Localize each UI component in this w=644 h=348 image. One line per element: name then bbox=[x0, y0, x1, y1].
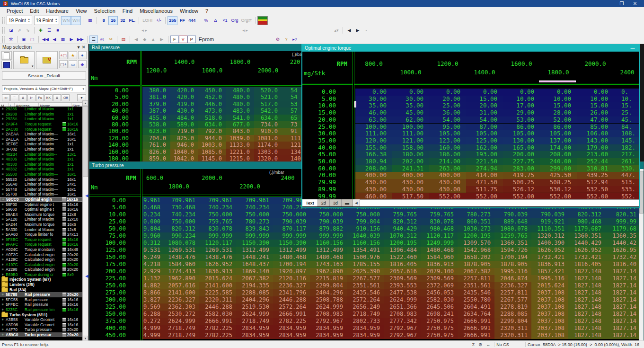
rail-row-header[interactable]: 40.00 bbox=[89, 107, 141, 114]
optimal-map-cell[interactable]: 87.00 bbox=[466, 124, 503, 131]
optimal-map-cell[interactable]: 430.00 bbox=[429, 186, 466, 193]
optimal-row-header[interactable]: 40.00 bbox=[302, 144, 353, 152]
import-map-button[interactable] bbox=[36, 51, 58, 69]
turbo-map-cell[interactable]: 2666.991 bbox=[458, 318, 494, 325]
rail-map-cell[interactable]: 910.0 bbox=[254, 128, 282, 134]
optimal-map-cell[interactable]: 552.00 bbox=[577, 193, 614, 200]
optimal-map-cell[interactable]: 29.00 bbox=[503, 109, 540, 116]
turbo-map-cell[interactable]: 0.234 bbox=[142, 211, 162, 218]
turbo-map-cell[interactable]: 1400.390 bbox=[531, 240, 568, 247]
optimal-map-cell[interactable]: 511.75 bbox=[466, 186, 503, 193]
turbo-map-cell[interactable]: 1312.499 bbox=[273, 247, 310, 254]
turbo-map-cell[interactable]: 2792.967 bbox=[310, 318, 347, 325]
turbo-map-cell[interactable]: 2015.624 bbox=[531, 282, 568, 289]
turbo-map-cell[interactable]: 2572.264 bbox=[347, 296, 384, 303]
optimal-row-header[interactable]: 79.99 bbox=[302, 179, 353, 186]
optimal-map-cell[interactable]: 100.00 bbox=[355, 124, 392, 131]
hscroll-left-icon[interactable]: ◀ bbox=[353, 199, 360, 206]
optimal-map-cell[interactable]: 508.25 bbox=[540, 179, 577, 186]
turbo-map-cell[interactable]: 1743.163 bbox=[310, 261, 347, 268]
turbo-map-cell[interactable]: 2477.538 bbox=[384, 289, 421, 296]
optimal-map-cell[interactable]: 0.00 bbox=[429, 89, 466, 96]
turbo-map-cell[interactable]: 2666.991 bbox=[273, 311, 310, 318]
resize-icon[interactable]: ↔ bbox=[486, 342, 490, 347]
turbo-map-cell[interactable]: 1962.890 bbox=[162, 275, 199, 282]
turbo-map-cell[interactable]: 2067.382 bbox=[236, 275, 273, 282]
map-folder-row[interactable]: Rail (3/4) bbox=[0, 287, 83, 292]
turbo-row-header[interactable]: 5.00 bbox=[89, 204, 141, 211]
turbo-map-cell[interactable]: 9.961 bbox=[142, 197, 162, 204]
turbo-map-cell[interactable]: 1962.890 bbox=[310, 268, 347, 275]
toolbar-grip[interactable] bbox=[2, 36, 5, 43]
turbo-map-cell[interactable]: 2194.335 bbox=[236, 282, 273, 289]
display-values-icon[interactable]: 444 bbox=[187, 16, 197, 25]
rail-map-cell[interactable]: 380.0 bbox=[142, 87, 170, 94]
turbo-map-cell[interactable]: 980.468 bbox=[568, 218, 605, 225]
turbo-map-cell[interactable]: 2750.975 bbox=[421, 332, 458, 339]
rail-map-cell[interactable]: 825.0 bbox=[170, 135, 198, 142]
turbo-map-cell[interactable]: 1827.148 bbox=[568, 268, 605, 275]
turbo-map-cell[interactable]: 1774.413 bbox=[162, 268, 199, 275]
optimal-map-cell[interactable]: 517.50 bbox=[392, 193, 429, 200]
optimal-row-header[interactable]: 0.00 bbox=[302, 89, 353, 96]
turbo-map-cell[interactable]: 990.234 bbox=[162, 232, 199, 240]
turbo-map-cell[interactable]: 9.531 bbox=[142, 247, 162, 254]
menu-item-find[interactable]: Find bbox=[123, 8, 132, 14]
scroll-thumb[interactable] bbox=[83, 106, 88, 177]
turbo-map-cell[interactable]: 839.843 bbox=[236, 225, 273, 232]
optimal-map-cell[interactable]: 30.00 bbox=[355, 96, 392, 103]
turbo-map-cell[interactable]: 750.000 bbox=[236, 211, 273, 218]
optimal-map-cell[interactable]: 217. bbox=[614, 151, 640, 158]
turbo-map-cell[interactable]: 1249.999 bbox=[421, 240, 458, 247]
optimal-map-cell[interactable]: 45.00 bbox=[392, 109, 429, 116]
turbo-map-cell[interactable]: 2446.288 bbox=[273, 296, 310, 303]
turbo-map-cell[interactable]: 2025.390 bbox=[347, 268, 384, 275]
rail-column-header[interactable]: 1400.0 bbox=[170, 59, 198, 65]
close-button[interactable]: ✕ bbox=[629, 1, 641, 6]
next-map-icon[interactable]: ▶ bbox=[67, 36, 76, 43]
signed-toggle-icon[interactable]: +/- bbox=[154, 16, 163, 25]
optimal-map-cell[interactable]: 241.31 bbox=[392, 165, 429, 172]
menu-item-selection[interactable]: Selection bbox=[94, 8, 115, 14]
turbo-map-cell[interactable]: 709.961 bbox=[199, 197, 236, 204]
turbo-map-cell[interactable]: 2288.085 bbox=[494, 311, 531, 318]
optimal-map-cell[interactable]: 200.00 bbox=[503, 151, 540, 158]
turbo-row-header[interactable]: 400.00 bbox=[89, 325, 141, 332]
optimal-map-cell[interactable]: 25.00 bbox=[429, 102, 466, 109]
turbo-map-cell[interactable]: 1448.241 bbox=[236, 254, 273, 261]
map-list-item[interactable]: ∗2A9F4Torque request16x16 bbox=[0, 122, 83, 127]
export-icon[interactable]: ⇗ bbox=[15, 27, 24, 34]
turbo-map-cell[interactable]: 1785.155 bbox=[347, 261, 384, 268]
optimal-map-cell[interactable]: 30.00 bbox=[392, 96, 429, 103]
map-list-item[interactable]: ∗A0F2CCalculated engin20x20 bbox=[0, 252, 83, 257]
magic-tool-icon[interactable]: ⚒ bbox=[7, 36, 15, 43]
turbo-map-cell[interactable]: 2067.382 bbox=[458, 268, 494, 275]
optimal-minimize-icon[interactable]: — bbox=[629, 46, 636, 51]
optimal-map-cell[interactable]: 35.00 bbox=[355, 102, 392, 109]
turbo-map-cell[interactable]: 1732.421 bbox=[531, 254, 568, 261]
turbo-map-cell[interactable]: 2624.999 bbox=[162, 318, 199, 325]
map-list-item[interactable]: ∗3EF6ELimiter of Maxim1x1 bbox=[0, 142, 83, 147]
optimal-row-header[interactable]: 5.00 bbox=[302, 96, 353, 103]
optimal-column-header[interactable]: 1800.0 bbox=[540, 69, 577, 76]
optimal-map-cell[interactable]: 35.00 bbox=[392, 102, 429, 109]
map-list-item[interactable]: ∗A129CCalculated engin20x20 bbox=[0, 257, 83, 262]
optimal-map-cell[interactable]: 15.00 bbox=[466, 96, 503, 103]
optimal-map-cell[interactable]: 0.00 bbox=[392, 89, 429, 96]
turbo-map-cell[interactable]: 820.312 bbox=[162, 225, 199, 232]
optimal-map-cell[interactable]: 180.94 bbox=[355, 158, 392, 165]
optimal-map-cell[interactable]: 31.00 bbox=[466, 109, 503, 116]
preview-icon[interactable]: ◎ bbox=[98, 36, 106, 43]
optimal-map-cell[interactable]: 439.25 bbox=[577, 172, 614, 179]
turbo-row-header[interactable]: 10.00 bbox=[89, 211, 141, 218]
turbo-row-header[interactable]: 250.00 bbox=[89, 282, 141, 289]
turbo-map-cell[interactable]: 1120.117 bbox=[421, 232, 458, 240]
turbo-map-cell[interactable]: 2530.272 bbox=[162, 311, 199, 318]
optimal-map-cell[interactable]: 105.00 bbox=[503, 130, 540, 137]
optimal-map-cell[interactable]: 165.00 bbox=[503, 144, 540, 152]
window-optimal-engine-torque[interactable]: Optimal engine torque — RPMmg/Stk800.010… bbox=[301, 44, 640, 208]
turbo-map-cell[interactable]: 2236.327 bbox=[273, 282, 310, 289]
turbo-map-cell[interactable]: 1827.148 bbox=[568, 332, 605, 339]
color-scale-icon[interactable] bbox=[257, 16, 268, 25]
panel-close-icon[interactable]: ✕ bbox=[82, 45, 86, 50]
